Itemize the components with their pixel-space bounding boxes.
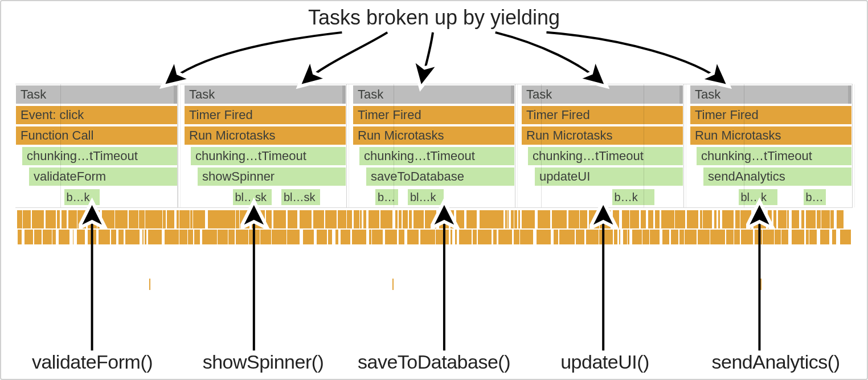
task-bar[interactable]: Task xyxy=(16,85,177,104)
chip[interactable]: bl…k xyxy=(408,189,444,205)
bottom-label: sendAnalytics() xyxy=(690,351,861,373)
task-column: Task Timer Fired Run Microtasks chunking… xyxy=(690,84,853,207)
event-bar[interactable]: Timer Fired xyxy=(185,106,346,124)
chunking-bar[interactable]: chunking…tTimeout xyxy=(528,147,683,165)
bottom-label: updateUI() xyxy=(519,351,690,373)
barcode-row xyxy=(15,230,853,244)
task-bar[interactable]: Task xyxy=(353,85,514,104)
task-bar[interactable]: Task xyxy=(690,85,851,104)
task-column: Task Timer Fired Run Microtasks chunking… xyxy=(521,84,684,207)
task-bar[interactable]: Task xyxy=(522,85,683,104)
chip-row: b… bl…k xyxy=(353,187,515,207)
chunking-bar[interactable]: chunking…tTimeout xyxy=(359,147,514,165)
task-column: Task Timer Fired Run Microtasks chunking… xyxy=(353,84,515,207)
chip[interactable]: b…k xyxy=(64,189,100,205)
function-bar[interactable]: Run Microtasks xyxy=(690,126,851,145)
work-bar[interactable]: updateUI xyxy=(535,167,683,186)
chip-row: b…k xyxy=(521,187,683,207)
event-bar[interactable]: Timer Fired xyxy=(353,106,514,124)
work-bar[interactable]: saveToDatabase xyxy=(366,167,514,186)
chip-row: bl…sk bl…sk xyxy=(184,187,346,207)
work-bar[interactable]: validateForm xyxy=(29,167,177,186)
event-bar[interactable]: Timer Fired xyxy=(522,106,683,124)
function-bar[interactable]: Run Microtasks xyxy=(185,126,346,145)
event-bar[interactable]: Event: click xyxy=(16,106,177,124)
chip-row: b…k xyxy=(15,187,178,207)
diagram-title: Tasks broken up by yielding xyxy=(1,6,867,30)
bottom-labels: validateForm() showSpinner() saveToDatab… xyxy=(7,351,861,373)
flame-chart: Task Event: click Function Call chunking… xyxy=(15,84,853,267)
function-bar[interactable]: Function Call xyxy=(16,126,177,145)
chip-row: bl…k b… xyxy=(690,187,852,207)
bottom-label: validateForm() xyxy=(7,351,178,373)
task-column: Task Timer Fired Run Microtasks chunking… xyxy=(184,84,347,207)
barcode-row xyxy=(15,210,853,228)
chunking-bar[interactable]: chunking…tTimeout xyxy=(697,147,851,165)
chip[interactable]: b…k xyxy=(612,189,654,205)
function-bar[interactable]: Run Microtasks xyxy=(522,126,683,145)
bottom-label: saveToDatabase() xyxy=(349,351,519,373)
chunking-bar[interactable]: chunking…tTimeout xyxy=(22,147,177,165)
chip[interactable]: b… xyxy=(804,189,826,205)
task-bar[interactable]: Task xyxy=(185,85,346,104)
chip[interactable]: bl…sk xyxy=(233,189,272,205)
function-bar[interactable]: Run Microtasks xyxy=(353,126,514,145)
chip[interactable]: b… xyxy=(375,189,398,205)
chunking-bar[interactable]: chunking…tTimeout xyxy=(191,147,346,165)
task-column: Task Event: click Function Call chunking… xyxy=(15,84,178,207)
chip[interactable]: bl…k xyxy=(739,189,777,205)
work-bar[interactable]: showSpinner xyxy=(198,167,346,186)
chip[interactable]: bl…sk xyxy=(281,189,320,205)
event-bar[interactable]: Timer Fired xyxy=(690,106,851,124)
bottom-label: showSpinner() xyxy=(178,351,349,373)
work-bar[interactable]: sendAnalytics xyxy=(703,167,851,186)
